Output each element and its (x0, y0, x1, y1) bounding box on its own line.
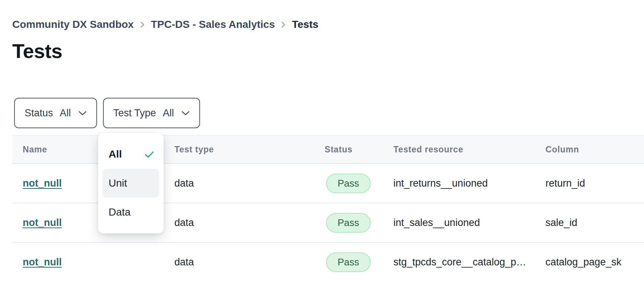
check-icon (145, 151, 154, 158)
status-filter-button[interactable]: Status All (14, 98, 97, 128)
test-name-link[interactable]: not_null (23, 178, 62, 189)
breadcrumb-item-project[interactable]: Community DX Sandbox (12, 19, 134, 30)
column-header-tested-resource: Tested resource (393, 145, 545, 155)
breadcrumb-item-tests: Tests (292, 19, 318, 30)
status-badge-pass: Pass (326, 174, 371, 193)
test-type-cell: data (174, 256, 325, 268)
chevron-right-icon (281, 21, 286, 29)
column-cell: return_id (545, 178, 644, 189)
test-name-link[interactable]: not_null (23, 256, 62, 268)
dropdown-option-data[interactable]: Data (103, 198, 159, 227)
status-filter-value: All (60, 107, 71, 119)
status-badge-pass: Pass (326, 213, 371, 233)
chevron-right-icon (140, 21, 145, 29)
test-type-filter-button[interactable]: Test Type All (103, 98, 200, 128)
page-title: Tests (12, 39, 62, 62)
tested-resource-cell: int_sales__unioned (393, 217, 545, 229)
dropdown-option-label: Data (109, 206, 131, 218)
column-header-test-type: Test type (174, 145, 325, 155)
tested-resource-cell: int_returns__unioned (393, 178, 545, 189)
chevron-down-icon (78, 111, 87, 116)
breadcrumb: Community DX Sandbox TPC-DS - Sales Anal… (12, 19, 318, 30)
test-type-filter-value: All (163, 107, 174, 119)
table-row: not_null data Pass stg_tpcds_core__catal… (12, 243, 644, 281)
test-type-cell: data (174, 217, 325, 229)
test-type-dropdown-menu: All Unit Data (98, 133, 164, 233)
test-name-link[interactable]: not_null (23, 217, 62, 228)
column-cell: sale_id (545, 217, 644, 229)
chevron-down-icon (181, 111, 190, 116)
column-header-status: Status (325, 145, 393, 155)
dropdown-option-label: All (109, 148, 122, 160)
status-badge-pass: Pass (326, 252, 371, 272)
dropdown-option-unit[interactable]: Unit (103, 169, 159, 198)
column-header-column: Column (545, 145, 644, 155)
test-type-filter-label: Test Type (113, 107, 156, 119)
status-filter-label: Status (25, 107, 53, 119)
test-type-cell: data (174, 178, 325, 189)
breadcrumb-item-environment[interactable]: TPC-DS - Sales Analytics (151, 19, 275, 30)
column-cell: catalog_page_sk (545, 256, 644, 268)
dropdown-option-label: Unit (109, 177, 127, 189)
tested-resource-cell: stg_tpcds_core__catalog_p… (393, 256, 545, 268)
dropdown-option-all[interactable]: All (103, 140, 159, 169)
filter-bar: Status All Test Type All (14, 98, 200, 128)
